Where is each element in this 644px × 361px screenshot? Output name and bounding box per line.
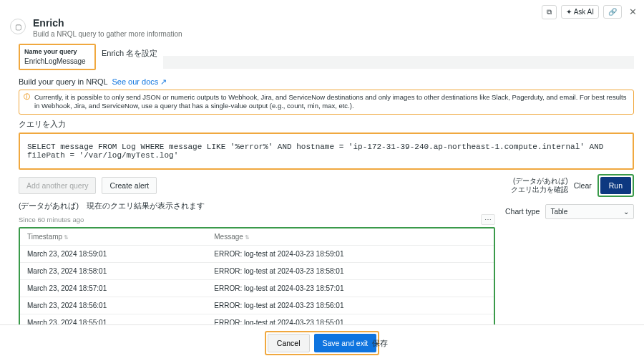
results-more-button[interactable]: ⋯ xyxy=(481,214,495,225)
see-docs-link[interactable]: See our docs ↗ xyxy=(112,77,167,86)
query-actions-row: Add another query Create alert (データがあれば)… xyxy=(19,174,634,197)
cell-message: ERROR: log-test at 2024-03-23 18:58:01 xyxy=(207,262,494,279)
run-caption: (データがあれば) クエリ出力を確認 xyxy=(511,177,568,194)
query-input-caption: クエリを入力 xyxy=(19,119,634,130)
clear-button[interactable]: Clear xyxy=(574,181,592,190)
results-caption: (データがあれば) 現在のクエリ結果が表示されます xyxy=(19,201,495,211)
enrich-icon: ▢ xyxy=(10,19,26,34)
link-icon-button[interactable]: 🔗 xyxy=(603,5,622,19)
nrql-query-input[interactable]: SELECT message FROM Log WHERE message LI… xyxy=(19,133,634,170)
page-title: Enrich xyxy=(33,17,182,29)
run-highlight: Run xyxy=(597,174,634,197)
name-query-value: EnrichLogMessage xyxy=(24,57,90,65)
close-icon[interactable]: ✕ xyxy=(626,4,640,19)
name-caption: Enrich 名を設定 xyxy=(102,44,157,70)
page-subtitle: Build a NRQL query to gather more inform… xyxy=(33,30,182,38)
cell-timestamp: March 23, 2024 18:57:01 xyxy=(20,279,207,297)
page-footer: Cancel Save and exit 保存 xyxy=(0,324,644,361)
name-query-box[interactable]: Name your query EnrichLogMessage xyxy=(19,44,96,70)
sort-icon: ⇅ xyxy=(245,234,250,241)
chart-type-value: Table xyxy=(550,208,567,216)
cell-message: ERROR: log-test at 2024-03-23 18:57:01 xyxy=(207,279,494,297)
table-row[interactable]: March 23, 2024 18:58:01ERROR: log-test a… xyxy=(20,262,494,279)
col-message[interactable]: Message⇅ xyxy=(207,228,494,246)
copy-icon-button[interactable]: ⧉ xyxy=(542,5,557,19)
chart-type-select[interactable]: Table ⌄ xyxy=(545,204,634,219)
run-caption-line2: クエリ出力を確認 xyxy=(511,186,568,194)
name-query-row: Name your query EnrichLogMessage Enrich … xyxy=(19,44,634,70)
chart-type-row: Chart type Table ⌄ xyxy=(505,204,634,219)
run-button[interactable]: Run xyxy=(600,177,631,194)
info-callout: ⓘ Currently, it is possible to only send… xyxy=(19,90,634,115)
run-group-wrap: (データがあれば) クエリ出力を確認 Clear Run xyxy=(511,174,634,197)
build-query-text: Build your query in NRQL xyxy=(19,77,107,86)
chevron-down-icon: ⌄ xyxy=(623,208,629,216)
cell-timestamp: March 23, 2024 18:56:01 xyxy=(20,297,207,314)
footer-caption: 保存 xyxy=(372,338,388,349)
table-row[interactable]: March 23, 2024 18:56:01ERROR: log-test a… xyxy=(20,297,494,314)
build-query-row: Build your query in NRQL See our docs ↗ xyxy=(19,77,634,87)
table-row[interactable]: March 23, 2024 18:57:01ERROR: log-test a… xyxy=(20,279,494,297)
cell-message: ERROR: log-test at 2024-03-23 18:56:01 xyxy=(207,297,494,314)
col-timestamp[interactable]: Timestamp⇅ xyxy=(20,228,207,246)
cancel-button[interactable]: Cancel xyxy=(268,334,310,352)
sort-icon: ⇅ xyxy=(64,234,69,241)
run-caption-line1: (データがあれば) xyxy=(511,177,568,186)
cell-timestamp: March 23, 2024 18:59:01 xyxy=(20,245,207,262)
name-query-label: Name your query xyxy=(24,48,90,55)
info-icon: ⓘ xyxy=(24,93,30,111)
table-row[interactable]: March 23, 2024 18:59:01ERROR: log-test a… xyxy=(20,245,494,262)
cell-message: ERROR: log-test at 2024-03-23 18:59:01 xyxy=(207,245,494,262)
name-bar-decoration xyxy=(163,56,634,69)
cell-timestamp: March 23, 2024 18:58:01 xyxy=(20,262,207,279)
header-text: Enrich Build a NRQL query to gather more… xyxy=(33,17,182,38)
save-and-exit-button[interactable]: Save and exit xyxy=(314,334,377,352)
add-another-query-button[interactable]: Add another query xyxy=(19,177,96,194)
create-alert-button[interactable]: Create alert xyxy=(102,177,157,194)
results-since-text: Since 60 minutes ago xyxy=(19,216,84,223)
top-actions-bar: ⧉ ✦ Ask AI 🔗 ✕ xyxy=(542,4,640,19)
chart-type-label: Chart type xyxy=(505,207,540,216)
ask-ai-label: Ask AI xyxy=(574,8,594,16)
ask-ai-button[interactable]: ✦ Ask AI xyxy=(561,5,599,19)
results-since-row: Since 60 minutes ago ⋯ xyxy=(19,214,495,225)
info-text: Currently, it is possible to only send J… xyxy=(34,93,629,111)
footer-highlight: Cancel Save and exit xyxy=(265,331,379,355)
